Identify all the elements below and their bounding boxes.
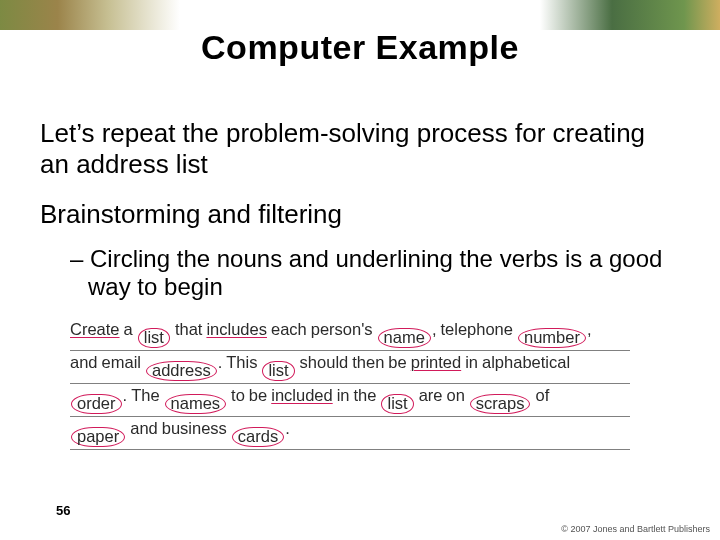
punct: . bbox=[285, 410, 290, 447]
decorative-banner bbox=[0, 0, 720, 30]
noun-list: list bbox=[381, 394, 413, 414]
annotated-quote: Create a list that includes each person'… bbox=[70, 318, 630, 450]
word: person's bbox=[311, 311, 373, 348]
word: email bbox=[102, 344, 141, 381]
copyright-text: © 2007 Jones and Bartlett Publishers bbox=[561, 524, 710, 534]
word: then bbox=[352, 344, 384, 381]
word: business bbox=[162, 410, 227, 447]
noun-scraps: scraps bbox=[470, 394, 531, 414]
punct: , bbox=[587, 311, 592, 348]
word: in bbox=[337, 377, 350, 414]
noun-paper: paper bbox=[71, 427, 125, 447]
bullet-text: Circling the nouns and underlining the v… bbox=[88, 245, 662, 301]
word: each bbox=[271, 311, 307, 348]
word: the bbox=[354, 377, 377, 414]
slide-title: Computer Example bbox=[0, 28, 720, 67]
bullet-line: – Circling the nouns and underlining the… bbox=[70, 245, 680, 303]
quote-line-4: paper and business cards. bbox=[70, 417, 630, 450]
intro-paragraph: Let’s repeat the problem-solving process… bbox=[40, 118, 680, 179]
word: be bbox=[249, 377, 267, 414]
word: should bbox=[300, 344, 349, 381]
verb-included: included bbox=[271, 377, 332, 414]
word: and bbox=[130, 410, 158, 447]
word: are bbox=[419, 377, 443, 414]
page-number: 56 bbox=[56, 503, 70, 518]
word: a bbox=[124, 311, 133, 348]
word: in bbox=[465, 344, 478, 381]
verb-includes: includes bbox=[206, 311, 267, 348]
section-heading: Brainstorming and filtering bbox=[40, 199, 680, 230]
word: and bbox=[70, 344, 98, 381]
noun-order: order bbox=[71, 394, 122, 414]
word: be bbox=[388, 344, 406, 381]
punct: . bbox=[123, 377, 128, 414]
slide-body: Let’s repeat the problem-solving process… bbox=[40, 118, 680, 450]
punct: . bbox=[218, 344, 223, 381]
verb-printed: printed bbox=[411, 344, 461, 381]
word: to bbox=[231, 377, 245, 414]
word: of bbox=[535, 377, 549, 414]
word: The bbox=[131, 377, 159, 414]
word: alphabetical bbox=[482, 344, 570, 381]
word: This bbox=[226, 344, 257, 381]
word: that bbox=[175, 311, 203, 348]
word: on bbox=[447, 377, 465, 414]
punct: , bbox=[432, 311, 437, 348]
noun-list: list bbox=[138, 328, 170, 348]
verb-create: Create bbox=[70, 311, 120, 348]
bullet-dash: – bbox=[70, 245, 83, 272]
word: telephone bbox=[440, 311, 513, 348]
noun-cards: cards bbox=[232, 427, 284, 447]
